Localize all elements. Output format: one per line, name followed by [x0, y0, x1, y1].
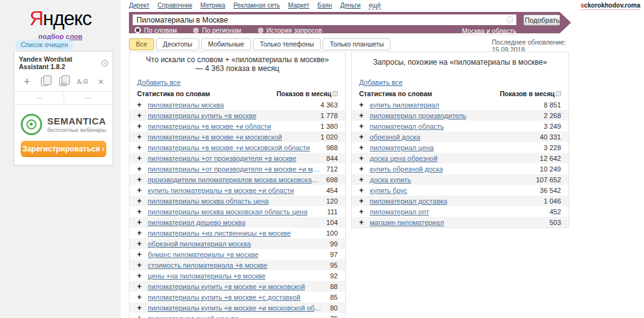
top-nav-link[interactable]: Баян	[318, 2, 332, 9]
device-tab[interactable]: Десктопы	[156, 38, 199, 50]
register-button[interactable]: Зарегистрироваться ›	[21, 141, 106, 157]
add-keyword-icon[interactable]: +	[137, 271, 148, 280]
help-icon[interactable]: ?	[556, 91, 561, 96]
copy-with-numbers-icon[interactable]: 123	[59, 77, 67, 86]
add-icon[interactable]: +	[23, 77, 30, 86]
top-nav-link[interactable]: Директ	[129, 2, 150, 9]
keyword-link[interactable]: купить пиломатериал	[370, 101, 439, 109]
add-keyword-icon[interactable]: +	[137, 186, 148, 195]
add-keyword-icon[interactable]: +	[359, 154, 370, 163]
keyword-link[interactable]: пиломатериалы +в москве +и московской	[148, 133, 282, 141]
keyword-link[interactable]: купить пиломатериалы +в москве +и област…	[148, 187, 294, 194]
add-keyword-icon[interactable]: +	[137, 293, 148, 302]
add-keyword-icon[interactable]: +	[137, 133, 148, 141]
keyword-link[interactable]: цены +на пиломатериалы +в москве	[148, 272, 265, 280]
search-submit-button[interactable]: Подобрать	[523, 14, 561, 26]
search-mode-option[interactable]: По словам	[135, 26, 177, 34]
add-keyword-icon[interactable]: +	[137, 218, 148, 227]
keyword-link[interactable]: пиломатериалы москва	[148, 101, 224, 109]
device-tab[interactable]: Все	[129, 38, 154, 50]
add-keyword-icon[interactable]: +	[137, 111, 148, 120]
add-keyword-icon[interactable]: +	[359, 143, 370, 152]
add-keyword-icon[interactable]: +	[359, 122, 370, 131]
keyword-link[interactable]: пиломатериалы +от производителя +в москв…	[148, 155, 296, 162]
sort-alphabetical-icon[interactable]: А-Я	[77, 79, 87, 85]
add-keyword-icon[interactable]: +	[137, 304, 148, 312]
add-keyword-icon[interactable]: +	[359, 111, 370, 120]
add-keyword-icon[interactable]: +	[137, 261, 148, 270]
add-keyword-icon[interactable]: +	[359, 218, 370, 227]
keyword-link[interactable]: пиломатериал опт	[370, 208, 429, 216]
keyword-link[interactable]: пиломатериалы купить +в москве +и москов…	[148, 283, 305, 290]
add-keyword-icon[interactable]: +	[137, 282, 148, 291]
add-keyword-icon[interactable]: +	[359, 186, 370, 195]
add-all-link[interactable]: Добавить все	[137, 79, 180, 86]
add-keyword-icon[interactable]: +	[137, 154, 148, 163]
keyword-link[interactable]: магазин пиломатериал	[370, 219, 444, 226]
keyword-link[interactable]: пиломатериал производитель	[370, 112, 466, 119]
copy-icon[interactable]	[41, 77, 48, 86]
keyword-link[interactable]: пиломатериал дешево москва	[148, 219, 245, 226]
yandex-logo[interactable]: Яндекс	[0, 8, 121, 30]
keyword-link[interactable]: купить брус	[370, 187, 408, 194]
keyword-link[interactable]: пиломатериалы купить +в москве +и москов…	[148, 304, 325, 312]
keyword-link[interactable]: пиломатериалы москва область цена	[148, 197, 269, 205]
add-keyword-icon[interactable]: +	[137, 197, 148, 206]
top-nav-link[interactable]: ещё	[369, 2, 380, 9]
keyword-link[interactable]: пиломатериалы москва московская область …	[148, 208, 308, 216]
keyword-link[interactable]: пиломатериалы +от производителя +в москв…	[148, 165, 321, 173]
add-keyword-icon[interactable]: +	[359, 101, 370, 109]
add-keyword-icon[interactable]: +	[137, 239, 148, 248]
add-keyword-icon[interactable]: +	[359, 165, 370, 173]
add-keyword-icon[interactable]: +	[137, 175, 148, 184]
top-nav-link[interactable]: Рекламная сеть	[233, 2, 280, 9]
add-all-link[interactable]: Добавить все	[359, 79, 402, 86]
device-tab[interactable]: Мобильные	[201, 38, 251, 50]
keyword-link[interactable]: пиломатериал область	[370, 123, 444, 130]
keyword-link[interactable]: купить обрезной доска	[370, 165, 443, 173]
table-row: +пиломатериалы +из лиственницы +в москве…	[130, 228, 345, 238]
top-nav-link[interactable]: Маркет	[288, 2, 309, 9]
keyword-link[interactable]: пиломатериал сухой москва	[148, 315, 239, 318]
search-input[interactable]	[133, 14, 516, 25]
add-keyword-icon[interactable]: +	[359, 133, 370, 141]
keyword-link[interactable]: стоимость пиломатериала +в москве	[148, 261, 267, 269]
add-keyword-icon[interactable]: +	[137, 122, 148, 131]
add-keyword-icon[interactable]: +	[137, 165, 148, 173]
keyword-link[interactable]: пиломатериалы +в москве +и московской об…	[148, 144, 310, 151]
add-keyword-icon[interactable]: +	[137, 229, 148, 238]
keyword-link[interactable]: обрезной пиломатериал москва	[148, 240, 251, 248]
top-nav-link[interactable]: Метрика	[201, 2, 226, 9]
gear-icon[interactable]	[101, 60, 108, 67]
clear-list-icon[interactable]: ×	[98, 78, 104, 85]
add-keyword-icon[interactable]: +	[137, 250, 148, 259]
keyword-link[interactable]: производители пиломатериалов москва моск…	[148, 176, 321, 184]
add-keyword-icon[interactable]: +	[137, 101, 148, 109]
device-tab[interactable]: Только телефоны	[253, 38, 321, 50]
add-keyword-icon[interactable]: +	[359, 175, 370, 184]
username[interactable]: sckorokhodov.roma	[580, 2, 640, 10]
add-keyword-icon[interactable]: +	[137, 314, 148, 318]
keyword-link[interactable]: пиломатериал доставка	[370, 197, 447, 205]
clear-search-icon[interactable]: ×	[506, 16, 513, 23]
keyword-link[interactable]: пиломатериалы +из лиственницы +в москве	[148, 229, 291, 237]
keyword-link[interactable]: пиломатериалы купить +в москве	[148, 112, 257, 119]
keyword-link[interactable]: пиломатериалы купить +в москве +с достав…	[148, 293, 301, 301]
keyword-link[interactable]: буманс пиломатериалы +в москве	[148, 251, 258, 258]
search-mode-option[interactable]: История запросов	[258, 26, 322, 34]
device-tab[interactable]: Только планшеты	[323, 38, 391, 50]
region-link[interactable]: Москва и область	[462, 27, 516, 35]
add-keyword-icon[interactable]: +	[359, 207, 370, 216]
top-nav-link[interactable]: Справочник	[158, 2, 192, 9]
add-keyword-icon[interactable]: +	[137, 143, 148, 152]
keyword-link[interactable]: обрезной доска	[370, 133, 420, 141]
top-nav-link[interactable]: Деньги	[340, 2, 360, 9]
help-icon[interactable]: ?	[333, 91, 338, 96]
keyword-link[interactable]: пиломатериал цена	[370, 144, 434, 151]
add-keyword-icon[interactable]: +	[137, 207, 148, 216]
keyword-link[interactable]: доска купить	[370, 176, 411, 184]
keyword-link[interactable]: пиломатериалы +в москве +и области	[148, 123, 271, 130]
add-keyword-icon[interactable]: +	[359, 197, 370, 206]
keyword-link[interactable]: доска цена обрезной	[370, 155, 438, 162]
search-mode-option[interactable]: По регионам	[193, 26, 241, 34]
